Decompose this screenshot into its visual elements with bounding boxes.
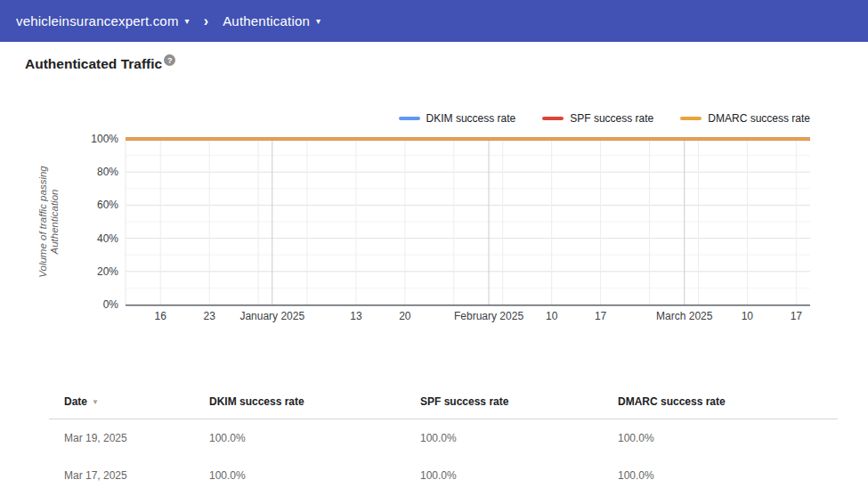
legend-item: SPF success rate [542, 112, 653, 125]
table-row: Mar 17, 2025100.0%100.0%100.0% [49, 457, 838, 494]
y-tick-label: 0% [103, 298, 119, 311]
section-dropdown[interactable]: Authentication ▾ [223, 13, 320, 28]
table-header-row: Date▼DKIM success rateSPF success rateDM… [49, 390, 838, 413]
cell-value: 100.0% [420, 432, 618, 444]
y-axis-title: Volume of traffic passingAuthentication [37, 166, 60, 278]
section-label: Authentication [223, 13, 310, 28]
y-tick-label: 40% [97, 232, 118, 245]
y-tick-label: 80% [97, 166, 118, 178]
legend-item: DKIM success rate [399, 112, 516, 125]
x-tick-label: 10 [546, 310, 558, 322]
legend-swatch-icon [680, 117, 702, 120]
cell-value: 100.0% [420, 469, 618, 482]
cell-value: 100.0% [618, 432, 838, 444]
sort-desc-icon: ▼ [92, 398, 99, 406]
chart-legend: DKIM success rateSPF success rateDMARC s… [399, 111, 810, 125]
cell-value: 100.0% [209, 469, 420, 482]
x-tick-label: 16 [155, 310, 167, 322]
legend-swatch-icon [399, 117, 420, 120]
cell-value: 100.0% [209, 432, 420, 444]
page-title-row: Authenticated Traffic ? [25, 56, 175, 72]
authenticated-traffic-chart: 0%20%40%60%80%100%Volume of traffic pass… [0, 129, 868, 329]
y-tick-label: 60% [97, 199, 118, 211]
legend-swatch-icon [542, 117, 564, 120]
top-bar: vehicleinsurancexpert.com ▾ › Authentica… [0, 0, 868, 42]
x-tick-label: 17 [595, 310, 607, 322]
legend-label: SPF success rate [570, 112, 653, 125]
dropdown-caret-icon: ▾ [316, 17, 320, 26]
column-header-label: DMARC success rate [618, 395, 726, 408]
x-tick-label: 23 [203, 310, 215, 322]
breadcrumb-chevron-icon: › [204, 13, 208, 29]
legend-label: DKIM success rate [426, 112, 516, 125]
x-tick-label: 13 [350, 310, 362, 322]
cell-value: 100.0% [618, 469, 838, 482]
data-table: Date▼DKIM success rateSPF success rateDM… [49, 390, 838, 494]
y-tick-label: 20% [97, 265, 118, 278]
column-header-label: SPF success rate [420, 395, 508, 408]
column-header-spf-success-rate[interactable]: SPF success rate [420, 395, 618, 408]
legend-label: DMARC success rate [708, 112, 810, 125]
column-header-dmarc-success-rate[interactable]: DMARC success rate [618, 395, 838, 408]
table-row: Mar 19, 2025100.0%100.0%100.0% [49, 419, 838, 457]
x-tick-label: 10 [742, 310, 754, 322]
domain-label: vehicleinsurancexpert.com [16, 13, 179, 28]
legend-item: DMARC success rate [680, 112, 810, 125]
column-header-date[interactable]: Date▼ [49, 395, 209, 408]
cell-date: Mar 17, 2025 [49, 469, 209, 482]
x-tick-label: 17 [791, 310, 803, 322]
x-month-label: March 2025 [656, 310, 713, 322]
help-icon[interactable]: ? [164, 54, 175, 66]
page-title: Authenticated Traffic [25, 56, 162, 72]
cell-date: Mar 19, 2025 [49, 432, 209, 444]
x-tick-label: 20 [399, 310, 411, 322]
y-tick-label: 100% [91, 133, 118, 145]
x-month-label: January 2025 [239, 310, 304, 322]
x-month-label: February 2025 [454, 310, 523, 322]
dropdown-caret-icon: ▾ [185, 17, 190, 26]
domain-dropdown[interactable]: vehicleinsurancexpert.com ▾ [16, 13, 190, 28]
column-header-label: DKIM success rate [209, 395, 304, 408]
postmaster-page: vehicleinsurancexpert.com ▾ › Authentica… [0, 0, 868, 496]
column-header-label: Date [64, 395, 87, 408]
column-header-dkim-success-rate[interactable]: DKIM success rate [209, 395, 420, 408]
